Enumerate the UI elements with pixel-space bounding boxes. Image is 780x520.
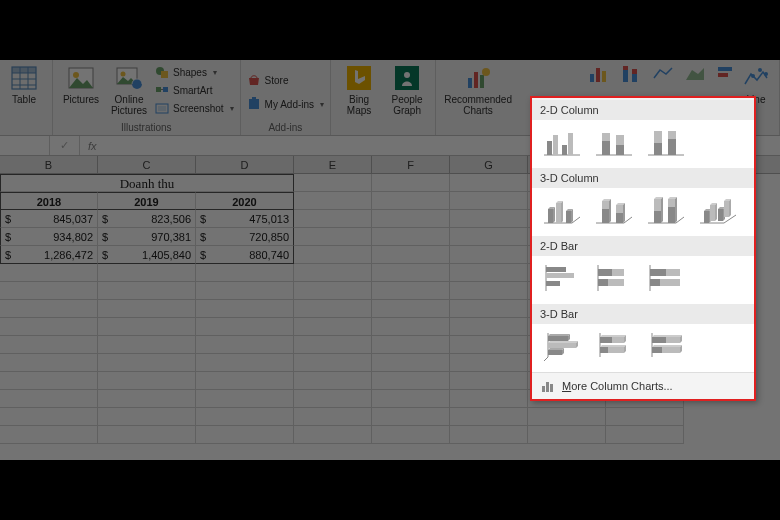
cell[interactable] bbox=[0, 264, 98, 282]
cell-c[interactable]: $823,506 bbox=[98, 210, 196, 228]
clustered-bar-2d[interactable] bbox=[540, 262, 584, 294]
cell[interactable] bbox=[294, 426, 372, 444]
cell[interactable] bbox=[98, 336, 196, 354]
cell[interactable] bbox=[196, 282, 294, 300]
100-stacked-column-3d[interactable] bbox=[644, 194, 688, 226]
cell[interactable] bbox=[294, 174, 372, 192]
cell[interactable] bbox=[450, 336, 528, 354]
cell[interactable] bbox=[196, 354, 294, 372]
cell[interactable] bbox=[196, 300, 294, 318]
cell[interactable] bbox=[372, 318, 450, 336]
cell[interactable] bbox=[372, 300, 450, 318]
cell[interactable] bbox=[372, 264, 450, 282]
cell[interactable] bbox=[450, 426, 528, 444]
cell-c[interactable]: $970,381 bbox=[98, 228, 196, 246]
cell[interactable] bbox=[450, 354, 528, 372]
cell-b[interactable]: $1,286,472 bbox=[0, 246, 98, 264]
100-stacked-bar-2d[interactable] bbox=[644, 262, 688, 294]
mini-line-icon[interactable] bbox=[652, 64, 678, 84]
cell[interactable] bbox=[98, 282, 196, 300]
cell[interactable] bbox=[294, 264, 372, 282]
cell[interactable] bbox=[294, 354, 372, 372]
cell[interactable] bbox=[294, 192, 372, 210]
col-header-C[interactable]: C bbox=[98, 156, 196, 173]
stacked-column-2d[interactable] bbox=[592, 126, 636, 158]
cell-b[interactable]: $934,802 bbox=[0, 228, 98, 246]
cell[interactable] bbox=[0, 426, 98, 444]
table-button[interactable]: Table bbox=[2, 62, 46, 120]
cell[interactable] bbox=[98, 390, 196, 408]
cell[interactable] bbox=[98, 264, 196, 282]
column-3d[interactable] bbox=[696, 194, 740, 226]
cell-d[interactable]: $880,740 bbox=[196, 246, 294, 264]
shapes-button[interactable]: Shapes▾ bbox=[155, 64, 234, 80]
cell[interactable] bbox=[450, 372, 528, 390]
cell[interactable] bbox=[98, 300, 196, 318]
col-header-G[interactable]: G bbox=[450, 156, 528, 173]
cell[interactable] bbox=[450, 228, 528, 246]
clustered-column-3d[interactable] bbox=[540, 194, 584, 226]
cell[interactable] bbox=[450, 192, 528, 210]
cell[interactable] bbox=[606, 426, 684, 444]
title-cell[interactable]: Doanh thu bbox=[0, 174, 294, 192]
fb-check[interactable]: ✓ bbox=[50, 136, 80, 155]
cell[interactable] bbox=[450, 390, 528, 408]
cell[interactable] bbox=[196, 408, 294, 426]
cell[interactable] bbox=[0, 372, 98, 390]
header-2020[interactable]: 2020 bbox=[196, 192, 294, 210]
cell[interactable] bbox=[450, 408, 528, 426]
cell[interactable] bbox=[294, 282, 372, 300]
cell[interactable] bbox=[0, 390, 98, 408]
cell[interactable] bbox=[294, 318, 372, 336]
cell[interactable] bbox=[294, 228, 372, 246]
header-2018[interactable]: 2018 bbox=[0, 192, 98, 210]
name-box[interactable] bbox=[0, 136, 50, 155]
100-stacked-column-2d[interactable] bbox=[644, 126, 688, 158]
cell[interactable] bbox=[0, 318, 98, 336]
cell[interactable] bbox=[0, 336, 98, 354]
cell[interactable] bbox=[372, 210, 450, 228]
cell[interactable] bbox=[450, 210, 528, 228]
smartart-button[interactable]: SmartArt bbox=[155, 82, 234, 98]
cell[interactable] bbox=[294, 336, 372, 354]
stacked-column-3d[interactable] bbox=[592, 194, 636, 226]
cell[interactable] bbox=[606, 408, 684, 426]
cell[interactable] bbox=[196, 372, 294, 390]
clustered-bar-3d[interactable] bbox=[540, 330, 584, 362]
stacked-bar-2d[interactable] bbox=[592, 262, 636, 294]
bing-maps-button[interactable]: Bing Maps bbox=[337, 62, 381, 120]
cell[interactable] bbox=[372, 174, 450, 192]
more-column-charts[interactable]: More Column Charts... bbox=[532, 372, 754, 399]
clustered-column-2d[interactable] bbox=[540, 126, 584, 158]
cell[interactable] bbox=[450, 318, 528, 336]
mini-area-icon[interactable] bbox=[684, 64, 710, 84]
cell[interactable] bbox=[294, 372, 372, 390]
cell-c[interactable]: $1,405,840 bbox=[98, 246, 196, 264]
cell[interactable] bbox=[98, 354, 196, 372]
col-header-F[interactable]: F bbox=[372, 156, 450, 173]
cell[interactable] bbox=[450, 246, 528, 264]
fx-label[interactable]: fx bbox=[80, 140, 105, 152]
recommended-charts-button[interactable]: Recommended Charts bbox=[442, 62, 514, 120]
cell-d[interactable]: $475,013 bbox=[196, 210, 294, 228]
cell[interactable] bbox=[0, 282, 98, 300]
cell[interactable] bbox=[450, 282, 528, 300]
mini-stacked-icon[interactable] bbox=[620, 64, 646, 84]
cell[interactable] bbox=[294, 300, 372, 318]
online-pictures-button[interactable]: Online Pictures bbox=[107, 62, 151, 120]
cell[interactable] bbox=[372, 426, 450, 444]
cell[interactable] bbox=[528, 426, 606, 444]
cell[interactable] bbox=[372, 336, 450, 354]
cell[interactable] bbox=[196, 264, 294, 282]
cell[interactable] bbox=[98, 408, 196, 426]
cell[interactable] bbox=[98, 318, 196, 336]
cell[interactable] bbox=[196, 318, 294, 336]
cell[interactable] bbox=[98, 426, 196, 444]
cell[interactable] bbox=[196, 426, 294, 444]
store-button[interactable]: Store bbox=[247, 72, 324, 88]
cell[interactable] bbox=[372, 228, 450, 246]
cell[interactable] bbox=[372, 408, 450, 426]
100-stacked-bar-3d[interactable] bbox=[644, 330, 688, 362]
col-header-D[interactable]: D bbox=[196, 156, 294, 173]
cell[interactable] bbox=[0, 408, 98, 426]
